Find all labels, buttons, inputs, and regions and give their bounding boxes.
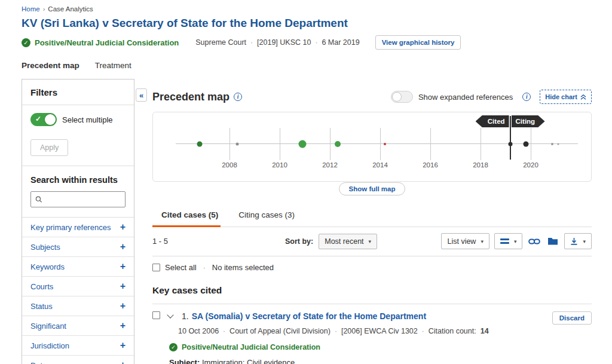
status-check-icon: ✓ bbox=[22, 38, 30, 47]
select-multiple-toggle[interactable]: ✓ bbox=[30, 113, 57, 126]
meta-separator: · bbox=[335, 327, 337, 335]
year-tick bbox=[280, 128, 280, 160]
case-court: Court of Appeal (Civil Division) bbox=[230, 327, 331, 335]
case-point-citing[interactable] bbox=[523, 141, 528, 146]
filter-category-status[interactable]: Status+ bbox=[22, 296, 134, 316]
year-tick bbox=[230, 128, 230, 160]
expand-chevron-icon[interactable] bbox=[167, 311, 173, 318]
tab-citing-cases[interactable]: Citing cases (3) bbox=[231, 206, 298, 227]
case-point-cited-positive[interactable] bbox=[298, 140, 306, 148]
caret-down-icon: ▾ bbox=[514, 238, 517, 244]
filter-category-date[interactable]: Date+ bbox=[22, 356, 134, 364]
show-full-map-button[interactable]: Show full map bbox=[339, 182, 406, 195]
view-graphical-history-button[interactable]: View graphical history bbox=[375, 35, 461, 50]
select-all-checkbox[interactable] bbox=[152, 264, 160, 271]
results-controls: 1 - 5 Sort by: Most recent ▾ List view ▾… bbox=[152, 233, 592, 256]
filter-category-subjects[interactable]: Subjects+ bbox=[22, 237, 134, 257]
case-point-citing-neutral[interactable] bbox=[551, 143, 553, 145]
filter-category-significant[interactable]: Significant+ bbox=[22, 316, 134, 336]
year-tick bbox=[330, 128, 331, 160]
case-point-current-case[interactable] bbox=[508, 142, 512, 146]
double-chevron-up-icon bbox=[580, 94, 586, 100]
case-title-link[interactable]: SA (Somalia) v Secretary of State for th… bbox=[192, 311, 426, 322]
filter-category-label: Key primary references bbox=[30, 223, 111, 232]
sort-dropdown[interactable]: Most recent ▾ bbox=[319, 234, 377, 249]
filter-category-keywords[interactable]: Keywords+ bbox=[22, 257, 134, 277]
year-tick bbox=[481, 128, 481, 160]
case-status-badge: Positive/Neutral Judicial Consideration bbox=[182, 343, 320, 351]
case-point-cited-neutral[interactable] bbox=[235, 142, 238, 145]
top-tabs: Precedent map Treatment bbox=[22, 61, 612, 74]
hide-chart-button[interactable]: Hide chart bbox=[540, 90, 592, 104]
page-title: KV (Sri Lanka) v Secretary of State for … bbox=[22, 17, 612, 30]
search-within-results-block: Search within results bbox=[22, 166, 134, 218]
filter-category-jurisdiction[interactable]: Jurisdiction+ bbox=[22, 336, 134, 356]
case-checkbox[interactable] bbox=[152, 311, 160, 319]
case-meta-line: 10 Oct 2006 · Court of Appeal (Civil Div… bbox=[178, 327, 592, 335]
tab-treatment[interactable]: Treatment bbox=[95, 61, 131, 74]
precedent-map-heading: Precedent map bbox=[152, 91, 230, 103]
sort-by-label: Sort by: bbox=[285, 237, 313, 246]
show-expanded-references-info-icon[interactable]: i bbox=[522, 93, 531, 101]
search-input[interactable] bbox=[45, 195, 121, 204]
case-list-item: 1. SA (Somalia) v Secretary of State for… bbox=[152, 311, 592, 364]
expand-plus-icon: + bbox=[120, 242, 126, 252]
caret-down-icon: ▾ bbox=[369, 238, 372, 244]
citation-count-label: Citation count: bbox=[429, 327, 476, 335]
apply-button-top[interactable]: Apply bbox=[30, 139, 68, 156]
expand-plus-icon: + bbox=[120, 341, 126, 350]
detail-level-dropdown[interactable]: ▾ bbox=[494, 233, 523, 249]
year-tick bbox=[380, 128, 381, 160]
folder-icon bbox=[547, 237, 558, 246]
year-tick-label: 2020 bbox=[523, 161, 538, 169]
show-expanded-references-toggle[interactable] bbox=[391, 91, 413, 103]
breadcrumb: Home › Case Analytics bbox=[0, 0, 612, 13]
list-view-dropdown[interactable]: List view ▾ bbox=[441, 233, 489, 249]
case-point-cited-positive[interactable] bbox=[335, 141, 341, 147]
citing-flag[interactable]: Citing bbox=[512, 115, 545, 127]
case-status-row: ✓ Positive/Neutral Judicial Consideratio… bbox=[22, 35, 612, 50]
toggle-knob bbox=[45, 114, 56, 125]
collapse-sidebar-button[interactable]: « bbox=[136, 88, 147, 102]
meta-separator: · bbox=[223, 327, 225, 335]
meta-separator: · bbox=[203, 264, 206, 272]
case-point-cited-negative[interactable] bbox=[384, 143, 386, 145]
meta-separator: · bbox=[422, 327, 424, 335]
select-all-row: Select all · No items selected bbox=[152, 263, 592, 272]
expand-plus-icon: + bbox=[120, 262, 126, 271]
copy-link-button[interactable] bbox=[527, 237, 541, 246]
precedent-map-header: Precedent map i Show expanded references… bbox=[152, 90, 592, 104]
filter-category-label: Keywords bbox=[30, 262, 65, 271]
case-point-citing-neutral[interactable] bbox=[558, 143, 559, 145]
precedent-map-info-icon[interactable]: i bbox=[234, 93, 242, 101]
breadcrumb-home-link[interactable]: Home bbox=[22, 5, 40, 13]
year-tick-label: 2018 bbox=[473, 161, 488, 169]
filter-category-key-primary-references[interactable]: Key primary references+ bbox=[22, 218, 134, 237]
citation-count-value: 14 bbox=[481, 327, 489, 335]
filter-category-label: Status bbox=[30, 302, 53, 311]
tab-cited-cases[interactable]: Cited cases (5) bbox=[152, 206, 221, 227]
toggle-check-icon: ✓ bbox=[35, 115, 41, 123]
discard-button[interactable]: Discard bbox=[552, 311, 592, 325]
list-view-label: List view bbox=[447, 237, 476, 246]
timeline-plot: Cited Citing 200820102012201420162018202… bbox=[153, 112, 591, 181]
expand-plus-icon: + bbox=[120, 222, 126, 232]
case-citation: [2006] EWCA Civ 1302 bbox=[341, 327, 418, 335]
filter-category-courts[interactable]: Courts+ bbox=[22, 277, 134, 296]
tab-precedent-map[interactable]: Precedent map bbox=[22, 61, 79, 74]
year-tick bbox=[430, 128, 431, 160]
download-icon bbox=[570, 237, 578, 245]
search-box bbox=[30, 191, 126, 207]
results-range: 1 - 5 bbox=[152, 237, 168, 246]
save-to-folder-button[interactable] bbox=[546, 237, 559, 246]
download-dropdown[interactable]: ▾ bbox=[564, 233, 592, 249]
expand-plus-icon: + bbox=[120, 301, 126, 311]
expand-plus-icon: + bbox=[120, 282, 126, 291]
case-point-cited-positive[interactable] bbox=[197, 141, 202, 146]
case-date: 6 Mar 2019 bbox=[322, 38, 359, 47]
cited-flag[interactable]: Cited bbox=[476, 115, 509, 127]
status-check-icon: ✓ bbox=[169, 343, 178, 351]
toggle-knob bbox=[392, 92, 402, 102]
result-tabs: Cited cases (5) Citing cases (3) bbox=[152, 206, 592, 227]
filter-category-label: Jurisdiction bbox=[30, 341, 69, 350]
